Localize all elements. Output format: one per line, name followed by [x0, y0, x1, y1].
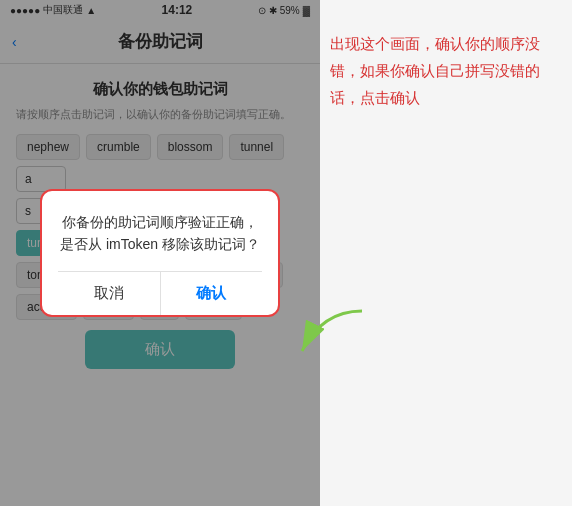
- arrow-icon: [292, 306, 372, 366]
- modal-overlay: 你备份的助记词顺序验证正确，是否从 imToken 移除该助记词？ 取消 确认: [0, 0, 320, 506]
- modal-cancel-button[interactable]: 取消: [58, 272, 161, 315]
- annotation-area: 出现这个画面，确认你的顺序没错，如果你确认自己拼写没错的话，点击确认: [320, 0, 572, 506]
- modal-box: 你备份的助记词顺序验证正确，是否从 imToken 移除该助记词？ 取消 确认: [40, 189, 280, 318]
- modal-text: 你备份的助记词顺序验证正确，是否从 imToken 移除该助记词？: [58, 211, 262, 256]
- modal-buttons: 取消 确认: [58, 271, 262, 315]
- phone-frame: ●●●●● 中国联通 ▲ 14:12 ⊙ ✱ 59% ▓ ‹ 备份助记词 确认你…: [0, 0, 320, 506]
- annotation-text: 出现这个画面，确认你的顺序没错，如果你确认自己拼写没错的话，点击确认: [330, 30, 562, 111]
- modal-confirm-button[interactable]: 确认: [161, 272, 263, 315]
